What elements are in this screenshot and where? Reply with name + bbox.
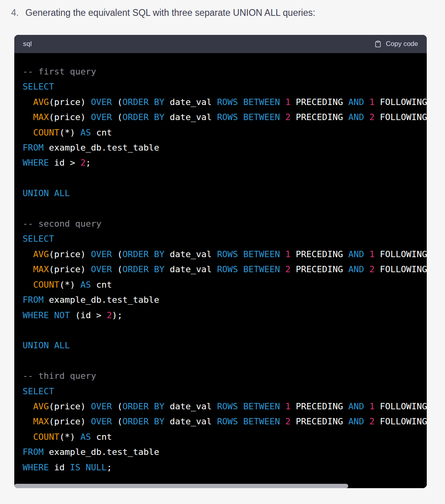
- code-token: [23, 97, 33, 107]
- code-token: 2: [285, 416, 290, 426]
- code-token: id: [49, 462, 70, 472]
- code-token: date_val: [165, 97, 217, 107]
- code-token: (price): [49, 401, 91, 411]
- code-token: ROWS BETWEEN: [217, 416, 280, 426]
- code-line: FROM example_db.test_table: [23, 445, 427, 460]
- code-line: MAX(price) OVER (ORDER BY date_val ROWS …: [23, 262, 427, 277]
- code-token: cnt: [91, 128, 112, 137]
- code-token: 2: [369, 264, 374, 274]
- code-token: [23, 128, 33, 137]
- code-token: [23, 112, 33, 122]
- code-token: AVG: [33, 249, 49, 259]
- copy-code-button[interactable]: Copy code: [374, 40, 418, 48]
- code-token: [23, 280, 33, 290]
- code-token: [364, 416, 369, 426]
- code-token: WHERE: [23, 158, 49, 168]
- code-token: 2: [285, 264, 290, 274]
- code-token: ORDER BY: [123, 249, 165, 259]
- code-token: [280, 264, 285, 274]
- code-token: [23, 264, 33, 274]
- code-token: cnt: [91, 432, 112, 442]
- code-token: [280, 249, 285, 259]
- code-token: AND: [348, 264, 364, 274]
- code-token: date_val: [165, 401, 217, 411]
- code-line: SELECT: [23, 79, 427, 94]
- list-item-heading: 4. Generating the equivalent SQL with th…: [11, 7, 315, 19]
- code-token: FOLLOWING: [375, 264, 427, 274]
- code-token: -- first query: [23, 67, 96, 76]
- code-token: PRECEDING: [291, 112, 349, 122]
- code-token: AS: [81, 280, 91, 290]
- code-token: [364, 97, 369, 107]
- code-token: (price): [49, 112, 91, 122]
- code-token: 2: [107, 310, 112, 320]
- copy-code-label: Copy code: [386, 40, 418, 48]
- code-token: UNION ALL: [23, 188, 70, 198]
- code-token: MAX: [33, 416, 49, 426]
- code-token: ORDER BY: [123, 416, 165, 426]
- code-token: ROWS BETWEEN: [217, 97, 280, 107]
- code-line: -- third query: [23, 368, 427, 384]
- code-token: AND: [348, 416, 364, 426]
- code-token: 1: [369, 97, 374, 107]
- code-token: FOLLOWING: [375, 249, 427, 259]
- code-line: WHERE id > 2;: [23, 155, 427, 170]
- code-token: [364, 264, 369, 274]
- code-block: sql Copy code -- first querySELECT AVG(p…: [14, 35, 427, 488]
- code-token: WHERE NOT: [23, 310, 70, 320]
- code-line: AVG(price) OVER (ORDER BY date_val ROWS …: [23, 399, 427, 414]
- code-token: 1: [285, 249, 290, 259]
- code-line: UNION ALL: [23, 186, 427, 201]
- code-line: COUNT(*) AS cnt: [23, 430, 427, 445]
- code-line: UNION ALL: [23, 338, 427, 353]
- code-token: IS NULL: [70, 462, 107, 472]
- code-token: 2: [369, 416, 374, 426]
- code-token: FROM: [23, 295, 44, 305]
- code-token: ROWS BETWEEN: [217, 401, 280, 411]
- code-token: AS: [81, 128, 91, 137]
- code-token: FROM: [23, 143, 44, 153]
- code-token: AS: [81, 432, 91, 442]
- language-label: sql: [23, 40, 32, 48]
- code-token: WHERE: [23, 462, 49, 472]
- code-token: UNION ALL: [23, 340, 70, 350]
- code-line: MAX(price) OVER (ORDER BY date_val ROWS …: [23, 110, 427, 125]
- code-token: AND: [348, 97, 364, 107]
- code-token: id >: [49, 158, 80, 168]
- code-token: 1: [285, 401, 290, 411]
- code-token: SELECT: [23, 234, 54, 244]
- code-token: [23, 249, 33, 259]
- code-line: [23, 171, 427, 186]
- code-line: -- first query: [23, 64, 427, 79]
- code-token: -- third query: [23, 371, 96, 381]
- code-token: [23, 416, 33, 426]
- code-token: ORDER BY: [123, 401, 165, 411]
- code-token: (: [112, 264, 123, 274]
- code-token: PRECEDING: [291, 401, 349, 411]
- code-content: -- first querySELECT AVG(price) OVER (OR…: [14, 53, 427, 488]
- code-token: PRECEDING: [291, 97, 349, 107]
- code-token: date_val: [165, 249, 217, 259]
- code-token: );: [112, 310, 123, 320]
- code-line: WHERE id IS NULL;: [23, 460, 427, 475]
- code-token: (: [112, 249, 123, 259]
- code-token: 1: [369, 249, 374, 259]
- code-token: PRECEDING: [291, 264, 349, 274]
- code-token: example_db.test_table: [44, 143, 159, 153]
- code-token: (*): [59, 280, 81, 290]
- code-line: FROM example_db.test_table: [23, 292, 427, 307]
- code-token: SELECT: [23, 386, 54, 396]
- code-token: AND: [348, 249, 364, 259]
- code-token: OVER: [91, 97, 112, 107]
- code-token: MAX: [33, 112, 49, 122]
- code-token: (: [112, 416, 123, 426]
- code-token: example_db.test_table: [44, 447, 159, 457]
- code-token: OVER: [91, 401, 112, 411]
- code-token: (*): [59, 128, 81, 137]
- code-token: cnt: [91, 280, 112, 290]
- code-line: [23, 353, 427, 368]
- list-number: 4.: [11, 7, 25, 19]
- code-token: COUNT: [33, 128, 59, 137]
- code-token: ROWS BETWEEN: [217, 264, 280, 274]
- horizontal-scrollbar-thumb[interactable]: [14, 484, 348, 488]
